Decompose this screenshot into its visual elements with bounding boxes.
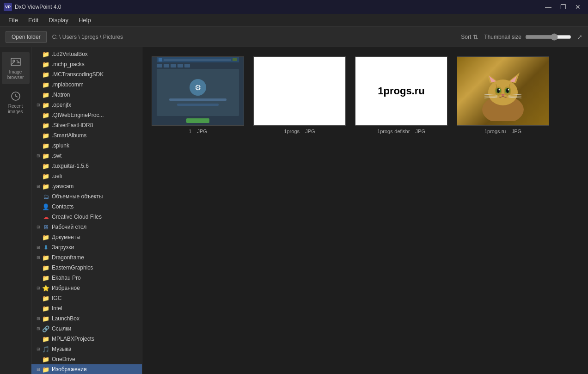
tree-item-music[interactable]: ⊞ 🎵 Музыка: [31, 344, 142, 354]
expand-btn: [35, 122, 42, 129]
item-name: LaunchBox: [52, 315, 80, 322]
tree-item-intel[interactable]: 📁 Intel: [31, 303, 142, 313]
folder-icon: 📁: [42, 356, 50, 362]
item-name: Ekahau Pro: [52, 275, 81, 281]
tree-item-downloads[interactable]: ⊞ ⬇ Загрузки: [31, 242, 142, 252]
item-name: Избранное: [52, 285, 80, 291]
folder-icon: 👤: [42, 203, 50, 210]
item-name: .tuxguitar-1.5.6: [52, 163, 89, 169]
tree-item-documents[interactable]: 📁 Документы: [31, 232, 142, 242]
expand-btn: [35, 163, 42, 169]
item-name: Ссылки: [52, 325, 71, 332]
tree-item-creative-cloud[interactable]: ☁ Creative Cloud Files: [31, 212, 142, 222]
tree-item-ekahau[interactable]: 📁 Ekahau Pro: [31, 273, 142, 283]
tree-item-mplabcomm[interactable]: 📁 .mplabcomm: [31, 80, 142, 90]
tree-item-contacts[interactable]: 👤 Contacts: [31, 202, 142, 212]
tree-item-mplabx[interactable]: 📁 MPLABXProjects: [31, 334, 142, 344]
item-name: .ueli: [52, 173, 62, 179]
image-browser-icon: [9, 55, 22, 68]
thumbnail-4[interactable]: 1progs.ru – JPG: [457, 56, 549, 134]
tree-item-objects3d[interactable]: 🗂 Объемные объекты: [31, 191, 142, 202]
tree-item-favorites[interactable]: ⊞ ⭐ Избранное: [31, 283, 142, 293]
item-name: Contacts: [52, 203, 74, 210]
expand-btn: [35, 295, 42, 301]
thumbnail-4-image: [457, 56, 549, 126]
tree-item-desktop[interactable]: ⊞ 🖥 Рабочий стол: [31, 222, 142, 232]
tree-item-ueli[interactable]: 📁 .ueli: [31, 171, 142, 181]
folder-icon: 🖥: [42, 224, 50, 230]
thumbnail-size-label: Thumbnail size: [484, 34, 521, 40]
thumbnail-1[interactable]: ⚙ 1 – JPG: [152, 56, 244, 134]
tree-item-smartalbums[interactable]: 📁 .SmartAlbums: [31, 130, 142, 141]
item-name: .splunk: [52, 142, 69, 149]
thumbnail-2-image: [253, 56, 346, 126]
item-name: .yawcam: [52, 183, 74, 190]
tree-item-ld2[interactable]: 📁 .Ld2VirtualBox: [31, 49, 142, 59]
expand-btn: [35, 142, 42, 149]
open-folder-button[interactable]: Open folder: [6, 31, 47, 43]
menu-help[interactable]: Help: [74, 15, 96, 25]
sidebar-item-recent-images[interactable]: Recentimages: [2, 86, 30, 118]
item-name: Creative Cloud Files: [52, 214, 102, 220]
expand-btn: [35, 275, 42, 281]
expand-btn: [35, 92, 42, 98]
tree-item-dragonframe[interactable]: ⊞ 📁 Dragonframe: [31, 252, 142, 263]
expand-btn: [35, 81, 42, 88]
tree-item-launchbox[interactable]: ⊞ 📁 LaunchBox: [31, 313, 142, 324]
item-name: .swt: [52, 153, 61, 159]
tree-item-links[interactable]: ⊞ 🔗 Ссылки: [31, 324, 142, 334]
tree-item-images[interactable]: ⊟ 📁 Изображения: [31, 364, 142, 374]
title-text: DxO ViewPoint 4.0: [15, 4, 61, 10]
expand-btn: ⊞: [35, 153, 42, 159]
tree-item-splunk[interactable]: 📁 .splunk: [31, 141, 142, 151]
item-name: Объемные объекты: [52, 193, 103, 200]
expand-btn: [35, 356, 42, 362]
folder-icon: 📁: [42, 275, 50, 281]
expand-btn: ⊞: [35, 325, 42, 332]
item-name: .SmartAlbums: [52, 132, 86, 139]
expand-btn: [35, 51, 42, 57]
tree-item-qtwebengine[interactable]: 📁 .QtWebEngineProc...: [31, 110, 142, 120]
folder-icon: 📁: [42, 81, 50, 88]
tree-item-igc[interactable]: 📁 IGC: [31, 293, 142, 303]
sidebar-item-image-browser[interactable]: Imagebrowser: [2, 52, 30, 84]
folder-icon: 📁: [42, 264, 50, 271]
expand-btn: ⊞: [35, 102, 42, 108]
thumbnail-2[interactable]: 1progs – JPG: [253, 56, 346, 134]
tree-item-swt[interactable]: ⊞ 📁 .swt: [31, 151, 142, 161]
titlebar-left: VP DxO ViewPoint 4.0: [4, 3, 61, 11]
expand-btn: ⊞: [35, 183, 42, 190]
maximize-button[interactable]: ❐: [557, 2, 570, 12]
expand-icon[interactable]: ⤢: [577, 33, 582, 41]
menu-file[interactable]: File: [4, 15, 23, 25]
item-name: EasternGraphics: [52, 264, 93, 271]
titlebar: VP DxO ViewPoint 4.0 — ❐ ✕: [0, 0, 588, 14]
folder-icon: 📁: [42, 254, 50, 261]
thumbnail-size-slider[interactable]: [525, 33, 571, 41]
minimize-button[interactable]: —: [542, 2, 555, 12]
sidebar-icons: Imagebrowser Recentimages: [0, 47, 31, 374]
tree-item-yawcam[interactable]: ⊞ 📁 .yawcam: [31, 181, 142, 191]
file-tree: 📁 .Ld2VirtualBox 📁 .mchp_packs 📁 .MCTran…: [31, 47, 142, 374]
tree-item-onedrive[interactable]: 📁 OneDrive: [31, 354, 142, 364]
tree-item-natron[interactable]: 📁 .Natron: [31, 90, 142, 100]
tree-item-mctrans[interactable]: 📁 .MCTranscodingSDK: [31, 69, 142, 80]
menu-display[interactable]: Display: [44, 15, 73, 25]
tree-item-easterngraphics[interactable]: 📁 EasternGraphics: [31, 263, 142, 273]
thumb-3-text: 1progs.ru: [378, 85, 424, 97]
tree-item-mchp[interactable]: 📁 .mchp_packs: [31, 59, 142, 69]
tree-item-openjfx[interactable]: ⊞ 📁 .openjfx: [31, 100, 142, 110]
close-button[interactable]: ✕: [571, 2, 584, 12]
sort-label: Sort: [461, 34, 471, 40]
tree-item-silverfasthdr[interactable]: 📁 .SilverFastHDR8: [31, 120, 142, 130]
svg-line-2: [11, 62, 14, 65]
item-name: IGC: [52, 295, 61, 301]
main-content: Imagebrowser Recentimages 📁 .Ld2VirtualB…: [0, 47, 588, 374]
expand-btn: [35, 132, 42, 139]
thumbnail-3[interactable]: 1progs.ru 1progs-defishr – JPG: [355, 56, 447, 134]
menu-edit[interactable]: Edit: [24, 15, 43, 25]
item-name: Рабочий стол: [52, 224, 86, 230]
expand-btn: [35, 264, 42, 271]
sort-control[interactable]: Sort ⇅: [461, 33, 478, 41]
tree-item-tuxguitar[interactable]: 📁 .tuxguitar-1.5.6: [31, 161, 142, 171]
